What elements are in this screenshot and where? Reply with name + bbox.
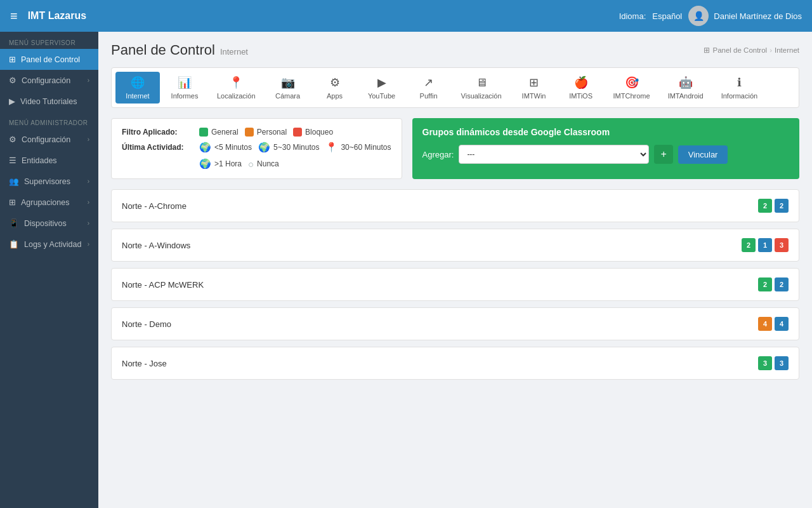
tabs-row: 🌐 Internet 📊 Informes 📍 Localización 📷 C… (111, 67, 799, 108)
chevron-right-icon-5: › (88, 220, 89, 227)
filter-nunca: ○ Nunca (248, 159, 279, 170)
tab-informes-label: Informes (171, 92, 199, 100)
imtandroid-icon: 🤖 (679, 76, 693, 90)
user-profile[interactable]: 👤 Daniel Martínez de Dios (688, 6, 802, 26)
top-nav-left: ≡ IMT Lazarus (10, 9, 86, 23)
tab-imtchrome-label: IMTChrome (613, 92, 650, 100)
tab-puffin[interactable]: ↗ Puffin (407, 72, 451, 104)
imtwin-icon: ⊞ (529, 76, 539, 90)
filter-lt5min: 🌍 <5 Minutos (199, 142, 252, 153)
sidebar-item-configuracion-adm[interactable]: ⚙ Configuración › (0, 129, 98, 150)
sidebar-item-label-entidades: Entidades (22, 156, 57, 165)
sidebar: MENÚ SUPERVISOR ⊞ Panel de Control ⚙ Con… (0, 32, 98, 508)
avatar: 👤 (688, 6, 709, 26)
sidebar-item-label-logs: Logs y Actividad (24, 240, 81, 249)
tab-imtchrome[interactable]: 🎯 IMTChrome (606, 72, 658, 104)
table-row[interactable]: Norte - Demo 4 4 (111, 307, 799, 340)
5to30-icon: 🌍 (258, 142, 270, 153)
sidebar-item-panel-control[interactable]: ⊞ Panel de Control (0, 49, 98, 70)
tab-localizacion[interactable]: 📍 Localización (209, 72, 263, 104)
table-row[interactable]: Norte - Jose 3 3 (111, 347, 799, 380)
group-list: Norte - A-Chrome 2 2 Norte - A-Windows 2… (111, 189, 799, 380)
hamburger-icon[interactable]: ≡ (10, 9, 18, 23)
top-nav: ≡ IMT Lazarus Idioma: Español 👤 Daniel M… (0, 0, 812, 32)
tab-puffin-label: Puffin (420, 92, 438, 100)
tab-imtandroid[interactable]: 🤖 IMTAndroid (660, 72, 711, 104)
internet-icon: 🌐 (131, 76, 145, 90)
apps-icon: ⚙ (330, 76, 340, 90)
informes-icon: 📊 (178, 76, 192, 90)
camara-icon: 📷 (281, 76, 295, 90)
sidebar-item-dispositivos[interactable]: 📱 Dispositivos › (0, 213, 98, 234)
conf-sup-icon: ⚙ (9, 76, 16, 85)
classroom-group-select[interactable]: --- (459, 145, 649, 164)
badge-green: 2 (758, 199, 772, 213)
main-layout: MENÚ SUPERVISOR ⊞ Panel de Control ⚙ Con… (0, 32, 812, 508)
filter-personal: Personal (245, 128, 287, 137)
sidebar-section-supervisor: MENÚ SUPERVISOR (0, 32, 98, 49)
sidebar-item-label-supervisores: Supervisores (24, 177, 70, 186)
filter-30to60-label: 30~60 Minutos (341, 143, 391, 152)
vincular-button[interactable]: Vincular (678, 145, 728, 164)
sidebar-item-supervisores[interactable]: 👥 Supervisores › (0, 171, 98, 192)
gt1h-icon: 🌍 (199, 158, 211, 170)
tab-camara-label: Cámara (275, 92, 300, 100)
sidebar-item-video-tutoriales[interactable]: ▶ Video Tutoriales (0, 91, 98, 112)
add-group-button[interactable]: + (654, 145, 672, 164)
content-area: Panel de Control Internet ⊞ Panel de Con… (98, 32, 812, 508)
sidebar-item-logs[interactable]: 📋 Logs y Actividad › (0, 234, 98, 255)
imtios-icon: 🍎 (574, 76, 588, 90)
tab-youtube-label: YouTube (368, 92, 395, 100)
tab-imtwin[interactable]: ⊞ IMTWin (512, 72, 556, 104)
table-row[interactable]: Norte - ACP McWERK 2 2 (111, 268, 799, 301)
tab-imtios[interactable]: 🍎 IMTiOS (559, 72, 603, 104)
group-name: Norte - ACP McWERK (122, 280, 204, 290)
tab-visualizacion[interactable]: 🖥 Visualización (454, 72, 509, 104)
user-name: Daniel Martínez de Dios (714, 11, 802, 21)
group-name: Norte - A-Windows (122, 241, 190, 250)
filter-applied-row: Filtro Aplicado: General Personal Blo (122, 128, 391, 137)
sidebar-item-label-conf-sup: Configuración (22, 76, 70, 85)
tab-informes[interactable]: 📊 Informes (162, 72, 207, 104)
30to60-icon: 📍 (325, 142, 337, 153)
filter-activity-items-2: 🌍 >1 Hora ○ Nunca (199, 158, 279, 170)
chevron-right-icon-6: › (88, 241, 89, 248)
filter-30to60: 📍 30~60 Minutos (325, 142, 391, 153)
entidades-icon: ☰ (9, 156, 16, 165)
sidebar-item-entidades[interactable]: ☰ Entidades (0, 150, 98, 171)
puffin-icon: ↗ (424, 76, 433, 90)
tab-internet[interactable]: 🌐 Internet (115, 72, 160, 104)
table-row[interactable]: Norte - A-Windows 2 1 3 (111, 229, 799, 262)
panel-control-icon: ⊞ (9, 55, 16, 64)
filter-5to30-label: 5~30 Minutos (273, 143, 319, 152)
group-badges: 2 1 3 (742, 238, 789, 252)
tab-camara[interactable]: 📷 Cámara (266, 72, 310, 104)
tab-informacion-label: Información (721, 92, 757, 100)
sidebar-item-label-panel-control: Panel de Control (21, 55, 80, 64)
logs-icon: 📋 (9, 239, 19, 249)
chevron-right-icon: › (88, 77, 89, 84)
filter-personal-label: Personal (257, 128, 287, 137)
filter-general-label: General (211, 128, 239, 137)
table-row[interactable]: Norte - A-Chrome 2 2 (111, 189, 799, 222)
conf-adm-icon: ⚙ (9, 135, 16, 144)
tab-internet-label: Internet (126, 92, 149, 100)
dot-orange-icon (245, 128, 254, 137)
sidebar-item-configuracion-sup[interactable]: ⚙ Configuración › (0, 70, 98, 91)
breadcrumb-sep: › (769, 46, 772, 54)
tab-youtube[interactable]: ▶ YouTube (360, 72, 404, 104)
badge-blue: 2 (775, 199, 789, 213)
tab-informacion[interactable]: ℹ Información (714, 72, 765, 104)
imtchrome-icon: 🎯 (625, 76, 639, 90)
breadcrumb-item-1[interactable]: Panel de Control (712, 46, 767, 54)
group-name: Norte - A-Chrome (122, 201, 187, 211)
chevron-right-icon-2: › (88, 136, 89, 143)
filter-panel: Filtro Aplicado: General Personal Blo (111, 118, 402, 179)
sidebar-item-video-left: ▶ Video Tutoriales (9, 97, 77, 106)
google-panel-controls: Agregar: --- + Vincular (422, 145, 790, 164)
sidebar-item-agrupaciones[interactable]: ⊞ Agrupaciones › (0, 192, 98, 213)
filter-general: General (199, 128, 239, 137)
agregar-label: Agregar: (422, 150, 454, 159)
filter-activity-row-2: 🌍 >1 Hora ○ Nunca (122, 158, 391, 170)
tab-apps[interactable]: ⚙ Apps (313, 72, 357, 104)
